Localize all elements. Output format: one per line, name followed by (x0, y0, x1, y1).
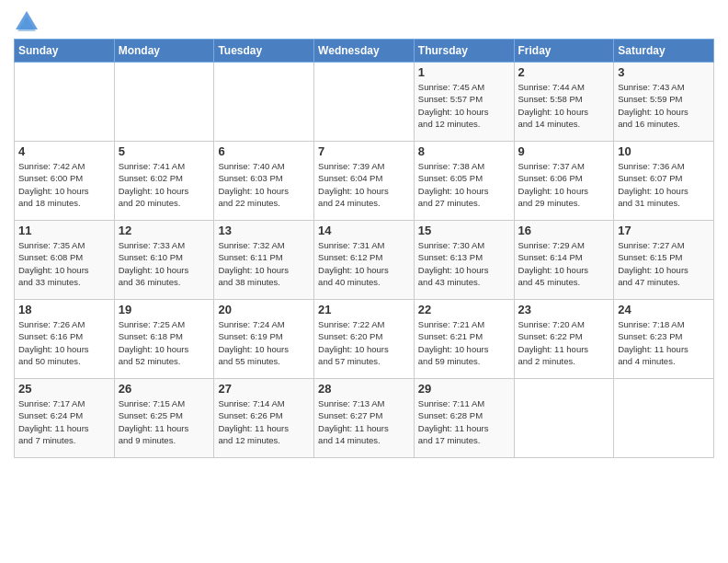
calendar-cell: 19Sunrise: 7:25 AMSunset: 6:18 PMDayligh… (114, 300, 214, 379)
calendar-cell: 5Sunrise: 7:41 AMSunset: 6:02 PMDaylight… (114, 142, 214, 221)
day-number: 27 (218, 382, 310, 396)
day-number: 12 (119, 224, 210, 237)
day-info: Sunrise: 7:42 AMSunset: 6:00 PMDaylight:… (18, 160, 110, 209)
day-info: Sunrise: 7:11 AMSunset: 6:28 PMDaylight:… (418, 397, 510, 446)
header-day: Monday (114, 40, 214, 63)
day-info: Sunrise: 7:20 AMSunset: 6:22 PMDaylight:… (518, 318, 610, 367)
calendar-cell (514, 379, 614, 458)
calendar-table: SundayMondayTuesdayWednesdayThursdayFrid… (14, 39, 714, 458)
day-info: Sunrise: 7:18 AMSunset: 6:23 PMDaylight:… (618, 318, 710, 367)
calendar-week: 4Sunrise: 7:42 AMSunset: 6:00 PMDaylight… (15, 142, 714, 221)
day-number: 24 (618, 303, 710, 316)
header-day: Tuesday (214, 40, 314, 63)
day-info: Sunrise: 7:22 AMSunset: 6:20 PMDaylight:… (318, 318, 410, 367)
calendar-cell: 2Sunrise: 7:44 AMSunset: 5:58 PMDaylight… (514, 63, 614, 142)
calendar-cell: 29Sunrise: 7:11 AMSunset: 6:28 PMDayligh… (414, 379, 514, 458)
calendar-cell (314, 63, 415, 142)
day-info: Sunrise: 7:17 AMSunset: 6:24 PMDaylight:… (18, 397, 110, 446)
day-info: Sunrise: 7:26 AMSunset: 6:16 PMDaylight:… (18, 318, 110, 367)
calendar-cell: 11Sunrise: 7:35 AMSunset: 6:08 PMDayligh… (15, 221, 115, 300)
day-number: 4 (18, 144, 110, 158)
calendar-cell: 16Sunrise: 7:29 AMSunset: 6:14 PMDayligh… (514, 221, 614, 300)
day-number: 16 (518, 224, 610, 237)
calendar-cell: 23Sunrise: 7:20 AMSunset: 6:22 PMDayligh… (514, 300, 614, 379)
calendar-cell: 15Sunrise: 7:30 AMSunset: 6:13 PMDayligh… (414, 221, 514, 300)
calendar-cell: 12Sunrise: 7:33 AMSunset: 6:10 PMDayligh… (114, 221, 214, 300)
day-info: Sunrise: 7:27 AMSunset: 6:15 PMDaylight:… (618, 239, 710, 288)
header-day: Thursday (414, 40, 514, 63)
day-info: Sunrise: 7:40 AMSunset: 6:03 PMDaylight:… (218, 160, 310, 209)
day-number: 18 (18, 303, 110, 316)
logo (14, 9, 43, 35)
calendar-cell: 14Sunrise: 7:31 AMSunset: 6:12 PMDayligh… (314, 221, 415, 300)
day-info: Sunrise: 7:14 AMSunset: 6:26 PMDaylight:… (218, 397, 310, 446)
calendar-cell: 21Sunrise: 7:22 AMSunset: 6:20 PMDayligh… (314, 300, 415, 379)
day-number: 15 (418, 224, 510, 237)
day-number: 26 (119, 382, 210, 396)
header-day: Friday (514, 40, 614, 63)
day-number: 13 (218, 224, 310, 237)
page-container: SundayMondayTuesdayWednesdayThursdayFrid… (0, 0, 728, 563)
header (14, 9, 714, 35)
day-number: 19 (119, 303, 210, 316)
calendar-cell: 27Sunrise: 7:14 AMSunset: 6:26 PMDayligh… (214, 379, 314, 458)
calendar-week: 11Sunrise: 7:35 AMSunset: 6:08 PMDayligh… (15, 221, 714, 300)
day-info: Sunrise: 7:39 AMSunset: 6:04 PMDaylight:… (318, 160, 410, 209)
calendar-week: 18Sunrise: 7:26 AMSunset: 6:16 PMDayligh… (15, 300, 714, 379)
calendar-cell: 10Sunrise: 7:36 AMSunset: 6:07 PMDayligh… (614, 142, 714, 221)
day-info: Sunrise: 7:21 AMSunset: 6:21 PMDaylight:… (418, 318, 510, 367)
day-info: Sunrise: 7:35 AMSunset: 6:08 PMDaylight:… (18, 239, 110, 288)
calendar-cell: 22Sunrise: 7:21 AMSunset: 6:21 PMDayligh… (414, 300, 514, 379)
day-number: 5 (119, 144, 210, 158)
day-number: 28 (318, 382, 410, 396)
header-row: SundayMondayTuesdayWednesdayThursdayFrid… (15, 40, 714, 63)
day-number: 1 (418, 65, 510, 79)
header-day: Sunday (15, 40, 115, 63)
day-number: 3 (618, 65, 710, 79)
day-info: Sunrise: 7:13 AMSunset: 6:27 PMDaylight:… (318, 397, 410, 446)
day-number: 6 (218, 144, 310, 158)
day-number: 2 (518, 65, 610, 79)
header-day: Saturday (614, 40, 714, 63)
calendar-cell: 24Sunrise: 7:18 AMSunset: 6:23 PMDayligh… (614, 300, 714, 379)
header-day: Wednesday (314, 40, 415, 63)
day-info: Sunrise: 7:33 AMSunset: 6:10 PMDaylight:… (119, 239, 210, 288)
day-info: Sunrise: 7:30 AMSunset: 6:13 PMDaylight:… (418, 239, 510, 288)
calendar-cell (214, 63, 314, 142)
calendar-body: 1Sunrise: 7:45 AMSunset: 5:57 PMDaylight… (15, 63, 714, 458)
calendar-cell: 9Sunrise: 7:37 AMSunset: 6:06 PMDaylight… (514, 142, 614, 221)
calendar-cell: 17Sunrise: 7:27 AMSunset: 6:15 PMDayligh… (614, 221, 714, 300)
day-number: 8 (418, 144, 510, 158)
day-info: Sunrise: 7:31 AMSunset: 6:12 PMDaylight:… (318, 239, 410, 288)
calendar-cell (15, 63, 115, 142)
calendar-cell: 20Sunrise: 7:24 AMSunset: 6:19 PMDayligh… (214, 300, 314, 379)
day-info: Sunrise: 7:38 AMSunset: 6:05 PMDaylight:… (418, 160, 510, 209)
day-number: 20 (218, 303, 310, 316)
day-info: Sunrise: 7:15 AMSunset: 6:25 PMDaylight:… (119, 397, 210, 446)
day-number: 7 (318, 144, 410, 158)
day-info: Sunrise: 7:29 AMSunset: 6:14 PMDaylight:… (518, 239, 610, 288)
day-number: 25 (18, 382, 110, 396)
day-number: 10 (618, 144, 710, 158)
day-number: 21 (318, 303, 410, 316)
day-info: Sunrise: 7:32 AMSunset: 6:11 PMDaylight:… (218, 239, 310, 288)
day-number: 29 (418, 382, 510, 396)
calendar-cell (114, 63, 214, 142)
calendar-cell: 3Sunrise: 7:43 AMSunset: 5:59 PMDaylight… (614, 63, 714, 142)
day-info: Sunrise: 7:37 AMSunset: 6:06 PMDaylight:… (518, 160, 610, 209)
calendar-week: 1Sunrise: 7:45 AMSunset: 5:57 PMDaylight… (15, 63, 714, 142)
calendar-cell: 1Sunrise: 7:45 AMSunset: 5:57 PMDaylight… (414, 63, 514, 142)
day-info: Sunrise: 7:36 AMSunset: 6:07 PMDaylight:… (618, 160, 710, 209)
calendar-cell: 4Sunrise: 7:42 AMSunset: 6:00 PMDaylight… (15, 142, 115, 221)
calendar-cell: 8Sunrise: 7:38 AMSunset: 6:05 PMDaylight… (414, 142, 514, 221)
calendar-cell (614, 379, 714, 458)
day-info: Sunrise: 7:43 AMSunset: 5:59 PMDaylight:… (618, 81, 710, 130)
day-number: 11 (18, 224, 110, 237)
calendar-cell: 26Sunrise: 7:15 AMSunset: 6:25 PMDayligh… (114, 379, 214, 458)
calendar-cell: 25Sunrise: 7:17 AMSunset: 6:24 PMDayligh… (15, 379, 115, 458)
day-number: 22 (418, 303, 510, 316)
day-info: Sunrise: 7:41 AMSunset: 6:02 PMDaylight:… (119, 160, 210, 209)
day-info: Sunrise: 7:45 AMSunset: 5:57 PMDaylight:… (418, 81, 510, 130)
logo-icon (14, 9, 40, 35)
day-number: 9 (518, 144, 610, 158)
